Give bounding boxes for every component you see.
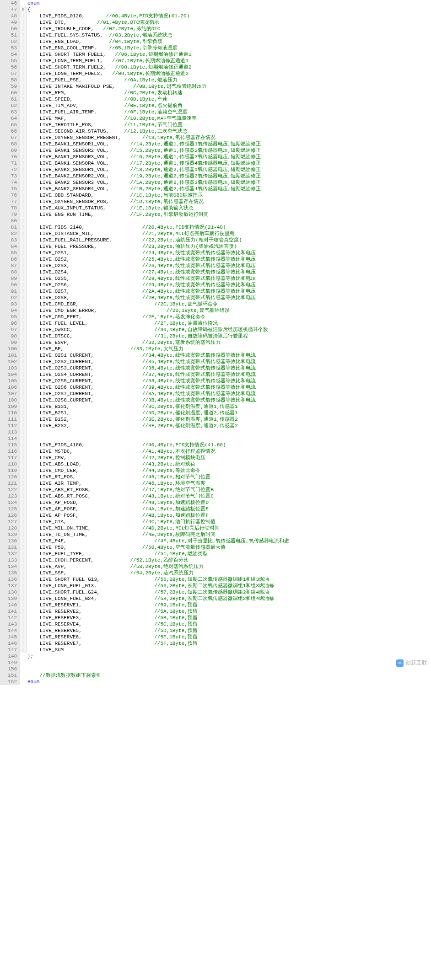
code-content[interactable]: LIVE_TIM_ADV, //0E,1Byte,点火提前角 xyxy=(27,102,431,109)
code-content[interactable]: LIVE_P50, //50,4Byte,空气流量传感器最大值 xyxy=(27,544,431,551)
code-line[interactable]: 64│ LIVE_MAF, //10,2Byte,MAF空气流量速率 xyxy=(0,115,431,122)
code-content[interactable]: LIVE_FUEL_PRESSURE, //23,2Byte,油轨压力(柴油或汽… xyxy=(27,243,431,250)
code-content[interactable]: LIVE_RT_POS, //45,1Byte,相对节气门位置 xyxy=(27,474,431,480)
code-line[interactable]: 50│ LIVE_TROUBLE_CODE, //02,2Byte,冻结的DTC xyxy=(0,26,431,32)
code-content[interactable]: { xyxy=(27,6,431,13)
code-line[interactable]: 129│ LIVE_TC_ON_TIME, //4E,2Byte,故障码亮之后时… xyxy=(0,531,431,538)
code-content[interactable]: LIVE_OWSCC, //30,1Byte,自故障码被清除后经历暖机循环个数 xyxy=(27,327,431,333)
code-content[interactable]: LIVE_FUEL_RAIL_PRESSURE, //22,2Byte,油轨压力… xyxy=(27,237,431,243)
code-line[interactable]: 125│ LIVE_AP_POSE, //4A,1Byte,加速踏板位置E xyxy=(0,506,431,512)
code-content[interactable]: LIVE_RESERVE1, //59,1Byte,预留 xyxy=(27,602,431,608)
code-content[interactable]: LIVE_AIR_TEMP, //46,1Byte,环境空气温度 xyxy=(27,480,431,487)
code-line[interactable]: 74│ LIVE_BANK2_SENSOR3_VOL, //1A,2Byte,通… xyxy=(0,179,431,186)
code-line[interactable]: 97│ LIVE_OWSCC, //30,1Byte,自故障码被清除后经历暖机循… xyxy=(0,327,431,333)
code-line[interactable]: 146│ LIVE_RESERVE7, //5F,1Byte,预留 xyxy=(0,640,431,647)
code-line[interactable]: 132│ LIVE_FUEL_TYPE, //51,1Byte,燃油类型 xyxy=(0,551,431,557)
code-line[interactable]: 88│ LIVE_O2S4, //27,4Byte,线性或宽带式氧传感器等效比和… xyxy=(0,269,431,275)
code-content[interactable]: LIVE_SSP, //54,2Byte,蒸汽系统压力 xyxy=(27,570,431,576)
code-content[interactable]: LIVE_FUEL_AIR_TEMP, //0F,1Byte,油箱空气温度 xyxy=(27,109,431,115)
code-line[interactable]: 77│ LIVE_OXYGEN_SENSOR_POS, //1D,1Byte,氧… xyxy=(0,198,431,205)
code-content[interactable]: enum xyxy=(27,679,431,685)
code-content[interactable]: LIVE_B2S2, //3F,2Byte,催化剂温度,通道2,传感器2 xyxy=(27,423,431,429)
code-line[interactable]: 66│ LIVE_SECOND_AIR_STATUS, //12,1Byte,二… xyxy=(0,128,431,134)
code-line[interactable]: 99│ LIVE_ESVP, //32,2Byte,蒸发系统的蒸汽压力 xyxy=(0,339,431,346)
code-line[interactable]: 49│ LIVE_DTC, //01,4Byte,DTC情况指示 xyxy=(0,19,431,26)
code-line[interactable]: 90│ LIVE_O2S6, //29,4Byte,线性或宽带式氧传感器等效比和… xyxy=(0,282,431,288)
code-line[interactable]: 93│ LIVE_CMD_EGR, //2C,1Byte,废气循环命令 xyxy=(0,301,431,307)
code-content[interactable]: LIVE_O2S1, //24,4Byte,线性或宽带式氧传感器等效比和电压 xyxy=(27,250,431,256)
code-editor[interactable]: 46enum47⊟{48│ LIVE_PIDS_0120, //00,4Byte… xyxy=(0,0,431,685)
code-line[interactable]: 124│ LIVE_AP_POSD, //49,1Byte,加速踏板位置D xyxy=(0,499,431,506)
code-content[interactable]: LIVE_BANK1_SENSOR4_VOL, //17,2Byte,通道1,传… xyxy=(27,160,431,166)
code-content[interactable]: LIVE_FUEL_SYS_STATUS, //03,2Byte,燃油系统状态 xyxy=(27,32,431,38)
code-line[interactable]: 108│ LIVE_O2S8_CURRENT, //3B,4Byte,线性或宽带… xyxy=(0,397,431,403)
code-line[interactable]: 107│ LIVE_O2S7_CURRENT, //3A,4Byte,线性或宽带… xyxy=(0,391,431,397)
code-line[interactable]: 119│ LIVE_CMD_CER, //44,2Byte,等效比命令 xyxy=(0,467,431,474)
code-content[interactable]: LIVE_MSTDC, //41,4Byte,本次行程监控情况 xyxy=(27,448,431,455)
code-line[interactable]: 68│ LIVE_BANK1_SENSOR1_VOL, //14,2Byte,通… xyxy=(0,141,431,147)
code-content[interactable]: LIVE_PIDS_2140, //20,4Byte,PID支持情况(21-40… xyxy=(27,224,431,230)
code-content[interactable]: LIVE_O2S8_CURRENT, //3B,4Byte,线性或宽带式氧传感器… xyxy=(27,397,431,403)
code-line[interactable]: 116│ LIVE_MSTDC, //41,4Byte,本次行程监控情况 xyxy=(0,448,431,455)
code-line[interactable]: 80│ xyxy=(0,218,431,224)
code-line[interactable]: 134│ LIVE_AVP, //53,2Byte,绝对蒸汽系统压力 xyxy=(0,563,431,570)
code-content[interactable]: LIVE_CTA, //4C,1Byte,油门执行器控制值 xyxy=(27,519,431,525)
code-line[interactable]: 72│ LIVE_BANK2_SENSOR1_VOL, //18,2Byte,通… xyxy=(0,166,431,173)
code-line[interactable]: 127│ LIVE_CTA, //4C,1Byte,油门执行器控制值 xyxy=(0,519,431,525)
code-line[interactable]: 102│ LIVE_O2S2_CURRENT, //35,4Byte,线性或宽带… xyxy=(0,359,431,365)
code-line[interactable]: 71│ LIVE_BANK1_SENSOR4_VOL, //17,2Byte,通… xyxy=(0,160,431,166)
code-line[interactable]: 112│ LIVE_B2S2, //3F,2Byte,催化剂温度,通道2,传感器… xyxy=(0,423,431,429)
code-line[interactable]: 118│ LIVE_ABS_LOAD, //43,2Byte,绝对载荷 xyxy=(0,461,431,467)
code-content[interactable]: LIVE_OXYGEN_SENSOR_PRESENT, //13,1Byte,氧… xyxy=(27,134,431,141)
code-content[interactable]: LIVE_TROUBLE_CODE, //02,2Byte,冻结的DTC xyxy=(27,26,431,32)
code-line[interactable]: 103│ LIVE_O2S3_CURRENT, //36,4Byte,线性或宽带… xyxy=(0,365,431,371)
code-line[interactable]: 55│ LIVE_LONG_TERM_FUEL1, //07,1Byte,长期燃… xyxy=(0,58,431,64)
code-content[interactable]: LIVE_ABS_RT_POSC, //48,1Byte,绝对节气门位置C xyxy=(27,493,431,499)
code-content[interactable]: LIVE_RESERVE4, //5C,1Byte,预留 xyxy=(27,621,431,627)
code-line[interactable]: 141│ LIVE_RESERVE2, //5A,1Byte,预留 xyxy=(0,608,431,615)
code-content[interactable]: LIVE_PIDS_0120, //00,4Byte,PID支持情况(01-20… xyxy=(27,13,431,19)
code-line[interactable]: 126│ LIVE_AP_POSF, //4B,1Byte,加速踏板位置F xyxy=(0,512,431,519)
code-line[interactable]: 117│ LIVE_CMV, //42,2Byte,控制模块电压 xyxy=(0,455,431,461)
code-content[interactable]: LIVE_MAF, //10,2Byte,MAF空气流量速率 xyxy=(27,115,431,122)
code-line[interactable]: 133│ LIVE_CHOH_PERCENT, //52,1Byte,乙醇百分比 xyxy=(0,557,431,563)
code-line[interactable]: 101│ LIVE_O2S1_CURRENT, //34,4Byte,线性或宽带… xyxy=(0,352,431,359)
code-line[interactable]: 120│ LIVE_RT_POS, //45,1Byte,相对节气门位置 xyxy=(0,474,431,480)
code-line[interactable]: 86│ LIVE_O2S2, //25,4Byte,线性或宽带式氧传感器等效比和… xyxy=(0,256,431,262)
code-line[interactable]: 114│ xyxy=(0,435,431,442)
code-line[interactable]: 151 //数据流数据数组下标索引 xyxy=(0,672,431,679)
code-line[interactable]: 95│ LIVE_CMD_EPRT, //2E,1Byte,蒸发净化命令 xyxy=(0,314,431,320)
code-line[interactable]: 111│ LIVE_B1S2, //3E,2Byte,催化剂温度,通道1,传感器… xyxy=(0,416,431,423)
code-line[interactable]: 130│ LIVE_P4F, //4F,4Byte,对于当量比,氧传感器电压,氧… xyxy=(0,538,431,544)
code-content[interactable]: LIVE_DTC, //01,4Byte,DTC情况指示 xyxy=(27,19,431,26)
code-line[interactable]: 48│ LIVE_PIDS_0120, //00,4Byte,PID支持情况(0… xyxy=(0,13,431,19)
code-content[interactable]: LIVE_INTAKE_MANIFOLD_PSE, //0B,1Byte,进气歧… xyxy=(27,83,431,90)
code-content[interactable]: LIVE_AUX_INPUT_STATUS, //1E,1Byte,辅助输入状态 xyxy=(27,205,431,211)
code-line[interactable]: 122│ LIVE_ABS_RT_POSB, //47,1Byte,绝对节气门位… xyxy=(0,487,431,493)
code-content[interactable]: LIVE_BANK2_SENSOR2_VOL, //19,2Byte,通道2,传… xyxy=(27,173,431,179)
code-content[interactable]: LIVE_SHORT_FUEL_G13, //55,2Byte,短期二次氧传感器… xyxy=(27,576,431,583)
code-content[interactable]: LIVE_RESERVE3, //5B,1Byte,预留 xyxy=(27,615,431,621)
code-content[interactable]: LIVE_BANK1_SENSOR1_VOL, //14,2Byte,通道1,传… xyxy=(27,141,431,147)
code-content[interactable]: LIVE_SPEED, //0D,1Byte,车速 xyxy=(27,96,431,102)
code-line[interactable]: 83│ LIVE_FUEL_RAIL_PRESSURE, //22,2Byte,… xyxy=(0,237,431,243)
code-content[interactable]: LIVE_P4F, //4F,4Byte,对于当量比,氧传感器电压,氧传感器电流… xyxy=(27,538,431,544)
code-content[interactable]: enum xyxy=(27,0,431,6)
code-line[interactable]: 85│ LIVE_O2S1, //24,4Byte,线性或宽带式氧传感器等效比和… xyxy=(0,250,431,256)
code-line[interactable]: 89│ LIVE_O2S5, //28,4Byte,线性或宽带式氧传感器等效比和… xyxy=(0,275,431,282)
code-content[interactable]: LIVE_LONG_FUEL_G13, //56,2Byte,长期二次氧传感器微… xyxy=(27,583,431,589)
code-content[interactable]: LIVE_AP_POSF, //4B,1Byte,加速踏板位置F xyxy=(27,512,431,519)
code-content[interactable]: LIVE_LONG_FUEL_G24, //58,2Byte,长期二次氧传感器微… xyxy=(27,595,431,602)
code-line[interactable]: 142│ LIVE_RESERVE3, //5B,1Byte,预留 xyxy=(0,615,431,621)
code-line[interactable]: 137│ LIVE_LONG_FUEL_G13, //56,2Byte,长期二次… xyxy=(0,583,431,589)
code-line[interactable]: 110│ LIVE_B2S1, //3D,2Byte,催化剂温度,通道2,传感器… xyxy=(0,410,431,416)
code-line[interactable]: 62│ LIVE_TIM_ADV, //0E,1Byte,点火提前角 xyxy=(0,102,431,109)
code-content[interactable]: LIVE_FUEL_LEVEL, //2F,1Byte,油量液位情况 xyxy=(27,320,431,327)
code-line[interactable]: 136│ LIVE_SHORT_FUEL_G13, //55,2Byte,短期二… xyxy=(0,576,431,583)
code-line[interactable]: 98│ LIVE_DTSCC, //31,2Byte,自故障码被清除后行驶里程 xyxy=(0,333,431,339)
code-content[interactable]: LIVE_TC_ON_TIME, //4E,2Byte,故障码亮之后时间 xyxy=(27,531,431,538)
code-line[interactable]: 54│ LIVE_SHORT_TERM_FUEL1, //06,1Byte,短期… xyxy=(0,51,431,58)
code-line[interactable]: 140│ LIVE_RESERVE1, //59,1Byte,预留 xyxy=(0,602,431,608)
code-content[interactable]: LIVE_ENG_COOL_TEMP, //05,1Byte,引擎冷却液温度 xyxy=(27,45,431,51)
code-content[interactable]: LIVE_RPM, //0C,2Byte,发动机转速 xyxy=(27,90,431,96)
